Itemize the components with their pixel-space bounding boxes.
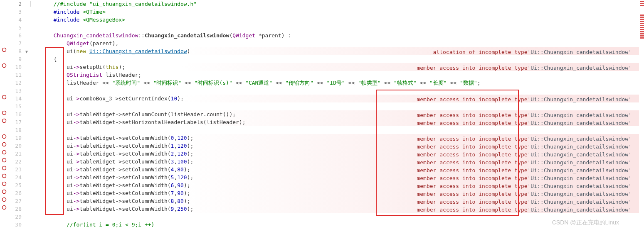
code-content[interactable]: Chuangxin_candetailswindow::Chuangxin_ca…	[30, 32, 639, 39]
code-line[interactable]: 11 QStringList listHeader;	[0, 71, 639, 79]
line-number[interactable]: 11	[8, 71, 23, 79]
error-icon	[2, 205, 7, 210]
code-line[interactable]: 3 #include <QTime>	[0, 8, 639, 16]
code-line[interactable]: 9 {	[0, 55, 639, 63]
minimap-marker[interactable]	[640, 19, 644, 20]
minimap-marker[interactable]	[640, 29, 644, 30]
code-line[interactable]: 16 ui->tableWidget->setColumnCount(listH…	[0, 110, 639, 118]
line-number[interactable]: 8	[8, 47, 23, 55]
error-icon	[2, 197, 7, 202]
code-content[interactable]: QStringList listHeader;	[30, 71, 639, 79]
token: ->	[73, 166, 80, 173]
line-number[interactable]: 20	[8, 142, 23, 150]
code-line[interactable]: 28 ui->tableWidget->setColumnWidth(9,250…	[0, 205, 639, 213]
code-line[interactable]: 22 ui->tableWidget->setColumnWidth(3,100…	[0, 158, 639, 166]
fold-gutter[interactable]: ▼	[23, 47, 30, 56]
minimap-marker[interactable]	[640, 3, 644, 4]
code-line[interactable]: 18	[0, 126, 639, 134]
fold-icon[interactable]: ▼	[25, 49, 28, 54]
code-content[interactable]: //for(int i = 0;i < 9;i ++)	[30, 221, 639, 229]
minimap-marker[interactable]	[640, 21, 644, 22]
token: #include	[54, 9, 80, 15]
code-content[interactable]: {	[30, 55, 639, 63]
svg-point-24	[2, 190, 6, 194]
line-number[interactable]: 7	[8, 39, 23, 47]
code-line[interactable]: 10 ui->setupUi(this);member access into …	[0, 63, 639, 71]
token: this	[106, 64, 118, 70]
code-editor[interactable]: 2 //#include "ui_chuangxin_candetailswin…	[0, 0, 639, 229]
token: 80	[177, 166, 184, 173]
code-line[interactable]: 13	[0, 87, 639, 95]
minimap-marker[interactable]	[640, 33, 644, 34]
code-line[interactable]: 14 ui->comboBox_3->setCurrentIndex(10);m…	[0, 95, 639, 102]
token: <<	[381, 80, 394, 86]
line-number[interactable]: 14	[8, 95, 23, 102]
code-line[interactable]: 23 ui->tableWidget->setColumnWidth(4,80)…	[0, 166, 639, 173]
code-line[interactable]: 2 //#include "ui_chuangxin_candetailswin…	[0, 0, 639, 8]
minimap-marker[interactable]	[640, 37, 644, 39]
line-number[interactable]: 22	[8, 158, 23, 166]
code-content[interactable]: QWidget(parent),	[30, 39, 639, 47]
code-content[interactable]: #include <QMessageBox>	[30, 16, 639, 24]
code-line[interactable]: 27 ui->tableWidget->setColumnWidth(8,80)…	[0, 197, 639, 205]
code-line[interactable]: 30 //for(int i = 0;i < 9;i ++)	[0, 221, 639, 229]
minimap-marker[interactable]	[640, 23, 644, 24]
code-line[interactable]: 15	[0, 102, 639, 110]
code-line[interactable]: 29	[0, 213, 639, 221]
error-icon	[2, 63, 7, 68]
error-icon	[2, 173, 7, 178]
code-content[interactable]: //#include "ui_chuangxin_candetailswindo…	[30, 0, 639, 8]
minimap-marker[interactable]	[640, 27, 644, 28]
token: 90	[177, 190, 184, 196]
line-number[interactable]: 4	[8, 16, 23, 24]
line-number[interactable]: 19	[8, 134, 23, 142]
minimap-marker[interactable]	[640, 31, 644, 32]
line-number[interactable]: 6	[8, 32, 23, 39]
code-line[interactable]: 6 Chuangxin_candetailswindow::Chuangxin_…	[0, 32, 639, 39]
code-line[interactable]: 25 ui->tableWidget->setColumnWidth(6,90)…	[0, 181, 639, 189]
line-number[interactable]: 15	[8, 102, 23, 110]
line-number[interactable]: 21	[8, 150, 23, 158]
line-number[interactable]: 30	[8, 221, 23, 229]
line-number[interactable]: 17	[8, 118, 23, 126]
line-number[interactable]: 5	[8, 24, 23, 32]
line-number[interactable]: 18	[8, 126, 23, 134]
minimap[interactable]	[640, 0, 644, 39]
code-line[interactable]: 24 ui->tableWidget->setColumnWidth(5,120…	[0, 173, 639, 181]
code-line[interactable]: 7 QWidget(parent),	[0, 39, 639, 47]
minimap-marker[interactable]	[640, 25, 644, 26]
code-line[interactable]: 12 listHeader << "系统时间" << "时间标识" << "时间…	[0, 79, 639, 87]
minimap-marker[interactable]	[640, 5, 644, 6]
token: QWidget	[67, 40, 89, 46]
line-number[interactable]: 2	[8, 0, 23, 8]
code-content[interactable]: #include <QTime>	[30, 8, 639, 16]
line-number[interactable]: 26	[8, 189, 23, 197]
code-line[interactable]: 8▼ ui(new Ui::Chuangxin_candetailswindow…	[0, 47, 639, 55]
line-number[interactable]: 29	[8, 213, 23, 221]
code-line[interactable]: 20 ui->tableWidget->setColumnWidth(1,120…	[0, 142, 639, 150]
token: );	[187, 174, 194, 180]
line-number[interactable]: 24	[8, 173, 23, 181]
code-line[interactable]: 26 ui->tableWidget->setColumnWidth(7,90)…	[0, 189, 639, 197]
minimap-marker[interactable]	[640, 35, 644, 37]
minimap-marker[interactable]	[640, 15, 644, 16]
gutter-marker	[0, 189, 8, 194]
line-number[interactable]: 13	[8, 87, 23, 95]
code-line[interactable]: 19 ui->tableWidget->setColumnWidth(0,120…	[0, 134, 639, 142]
line-number[interactable]: 28	[8, 205, 23, 213]
code-line[interactable]: 5	[0, 24, 639, 32]
code-line[interactable]: 4 #include <QMessageBox>	[0, 16, 639, 24]
minimap-marker[interactable]	[640, 1, 644, 2]
line-number[interactable]: 27	[8, 197, 23, 205]
line-number[interactable]: 25	[8, 181, 23, 189]
minimap-marker[interactable]	[640, 17, 644, 18]
line-number[interactable]: 3	[8, 8, 23, 16]
line-number[interactable]: 10	[8, 63, 23, 71]
code-content[interactable]: listHeader << "系统时间" << "时间标识" << "时间标识(…	[30, 79, 639, 87]
line-number[interactable]: 23	[8, 166, 23, 173]
line-number[interactable]: 16	[8, 110, 23, 118]
line-number[interactable]: 12	[8, 79, 23, 87]
line-number[interactable]: 9	[8, 55, 23, 63]
code-line[interactable]: 21 ui->tableWidget->setColumnWidth(2,120…	[0, 150, 639, 158]
code-line[interactable]: 17 ui->tableWidget->setHorizontalHeaderL…	[0, 118, 639, 126]
